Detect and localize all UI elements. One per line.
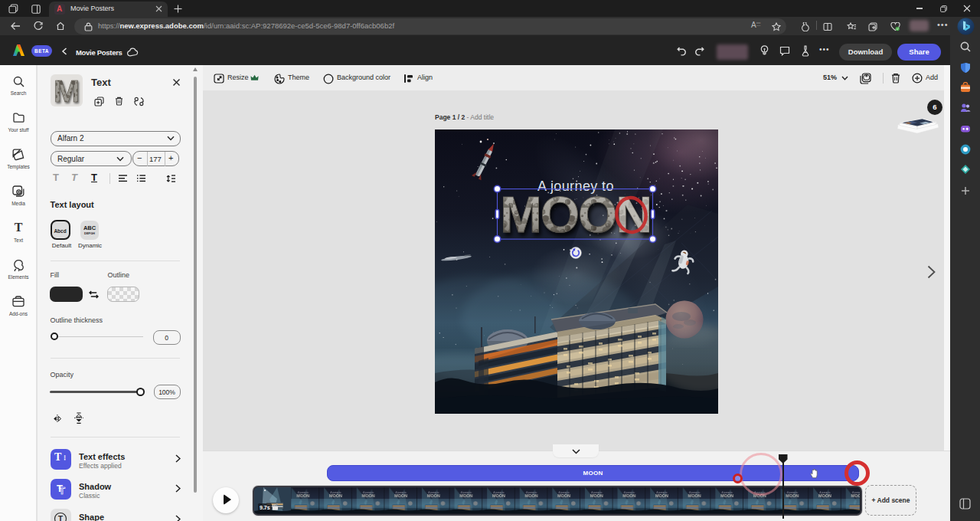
svg-text:9.7s: 9.7s <box>260 505 270 510</box>
svg-text:M: M <box>54 74 80 106</box>
svg-text:T: T <box>58 514 64 521</box>
svg-text:T: T <box>59 485 65 496</box>
